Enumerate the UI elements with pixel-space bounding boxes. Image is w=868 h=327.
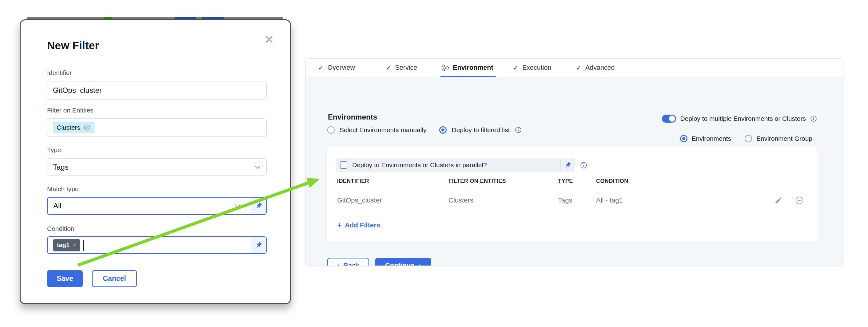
remove-icon[interactable]: [795, 196, 804, 205]
parallel-checkbox[interactable]: [340, 161, 347, 169]
radio-deploy-filtered[interactable]: [439, 126, 446, 134]
type-value: Tags: [53, 163, 69, 171]
filter-row-condition: All - tag1: [596, 196, 623, 204]
pin-icon: [253, 201, 264, 211]
check-icon: ✓: [386, 64, 391, 72]
filter-row-type: Tags: [558, 196, 572, 204]
environment-selection-radios: Select Environments manually Deploy to f…: [327, 126, 522, 134]
chevron-left-icon: ‹: [337, 262, 340, 266]
back-button[interactable]: ‹ Back: [327, 258, 369, 266]
info-icon[interactable]: [515, 127, 522, 133]
text-caret: [83, 240, 84, 251]
condition-input[interactable]: tag1 ×: [47, 236, 267, 254]
filter-row-identifier: GitOps_cluster: [337, 196, 382, 204]
back-label: Back: [343, 262, 360, 266]
add-filters-label: Add Filters: [345, 221, 380, 229]
match-type-value: All: [53, 202, 62, 210]
pin-icon: [563, 160, 573, 170]
radio-environment-group[interactable]: [745, 135, 752, 142]
tab-label: Advanced: [585, 64, 615, 72]
match-type-select[interactable]: All: [47, 197, 267, 215]
parallel-deploy-bar: Deploy to Environments or Clusters in pa…: [336, 158, 575, 172]
parallel-checkbox-label: Deploy to Environments or Clusters in pa…: [352, 161, 487, 169]
radio-select-manually[interactable]: [327, 126, 335, 134]
screenshot-canvas: ✕ New Filter Identifier GitOps_cluster F…: [0, 0, 868, 327]
tab-label: Execution: [522, 64, 551, 72]
chevron-right-icon: ›: [418, 262, 422, 266]
condition-chip-label: tag1: [57, 241, 69, 249]
continue-label: Continue: [385, 262, 414, 266]
plus-icon: +: [337, 220, 342, 230]
type-label: Type: [47, 146, 265, 154]
column-header-condition: CONDITION: [596, 178, 628, 185]
column-header-type: TYPE: [558, 178, 573, 185]
filters-card: Deploy to Environments or Clusters in pa…: [327, 147, 817, 241]
add-filters-button[interactable]: + Add Filters: [337, 220, 380, 230]
filter-on-entities-label: Filter on Entities: [47, 107, 265, 114]
column-header-identifier: IDENTIFIER: [337, 178, 369, 185]
chevron-down-icon: [255, 165, 261, 169]
tab-advanced[interactable]: ✓ Advanced: [576, 59, 615, 77]
radio-environment-group-label: Environment Group: [756, 135, 812, 142]
tab-label: Environment: [453, 64, 493, 72]
radio-environments-label: Environments: [692, 135, 731, 142]
new-filter-modal: ✕ New Filter Identifier GitOps_cluster F…: [20, 19, 291, 304]
column-header-filter-on-entities: FILTER ON ENTITIES: [448, 178, 506, 185]
save-button[interactable]: Save: [47, 270, 83, 287]
radio-deploy-filtered-label: Deploy to filtered list: [452, 126, 510, 134]
tab-service[interactable]: ✓ Service: [386, 59, 417, 77]
environment-icon: [442, 64, 449, 72]
tab-label: Overview: [327, 64, 355, 72]
identifier-label: Identifier: [47, 69, 265, 76]
condition-label: Condition: [47, 225, 265, 232]
multi-env-toggle-row: Deploy to multiple Environments or Clust…: [662, 115, 817, 123]
multi-env-toggle-label: Deploy to multiple Environments or Clust…: [680, 115, 806, 122]
tab-overview[interactable]: ✓ Overview: [318, 59, 355, 77]
environments-heading: Environments: [328, 113, 377, 121]
modal-title: New Filter: [47, 39, 265, 52]
pin-toggle-button[interactable]: [561, 162, 575, 169]
pin-icon: [253, 240, 264, 251]
entities-chip-label: Clusters: [57, 124, 80, 131]
environment-scope-radios: Environments Environment Group: [680, 135, 812, 142]
check-icon: ✓: [318, 64, 323, 72]
radio-select-manually-label: Select Environments manually: [340, 126, 426, 134]
filter-row-entities: Clusters: [448, 196, 473, 204]
stage-tabbar: ✓ Overview ✓ Service Environment ✓ Execu…: [306, 59, 843, 77]
filter-row-actions: [775, 196, 804, 205]
chip-remove-icon[interactable]: [83, 124, 91, 131]
chevron-down-icon: [235, 204, 241, 208]
chip-remove-icon[interactable]: ×: [72, 241, 76, 249]
entities-chip[interactable]: Clusters: [53, 122, 94, 133]
identifier-value: GitOps_cluster: [53, 86, 102, 95]
tab-execution[interactable]: ✓ Execution: [513, 59, 552, 77]
edit-icon[interactable]: [775, 196, 782, 204]
close-icon[interactable]: ✕: [264, 34, 274, 45]
radio-environments[interactable]: [680, 135, 687, 142]
match-type-label: Match type: [47, 185, 265, 193]
type-select[interactable]: Tags: [47, 158, 267, 176]
info-icon[interactable]: [810, 115, 817, 122]
wizard-footer: ‹ Back Continue ›: [327, 258, 431, 266]
pin-toggle-button[interactable]: [251, 198, 266, 214]
cancel-button[interactable]: Cancel: [92, 270, 137, 287]
continue-button[interactable]: Continue ›: [375, 258, 431, 266]
condition-chip[interactable]: tag1 ×: [53, 239, 80, 252]
pipeline-stage-panel: ✓ Overview ✓ Service Environment ✓ Execu…: [305, 58, 843, 266]
environment-tab-content: Environments Select Environments manuall…: [306, 77, 843, 266]
filter-on-entities-input[interactable]: Clusters: [47, 118, 267, 137]
multi-env-toggle[interactable]: [662, 115, 676, 123]
check-icon: ✓: [513, 64, 519, 72]
tab-label: Service: [395, 64, 417, 72]
pin-toggle-button[interactable]: [251, 237, 266, 253]
identifier-input[interactable]: GitOps_cluster: [47, 81, 267, 100]
info-icon[interactable]: [580, 162, 587, 170]
check-icon: ✓: [576, 64, 581, 72]
tab-environment[interactable]: Environment: [442, 59, 493, 77]
